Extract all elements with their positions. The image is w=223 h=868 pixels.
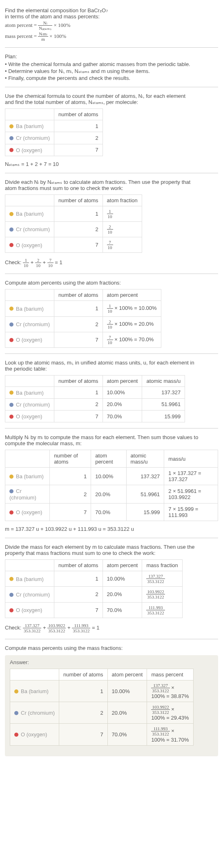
element-cell: Cr (chromium) [10, 702, 59, 724]
element-cell: Ba (barium) [10, 680, 59, 702]
fraction: 103.9922353.3122 [146, 589, 165, 599]
element-cell: Cr (chromium) [5, 221, 54, 237]
element-color-dot [9, 124, 13, 128]
atom-count: 1 [50, 468, 91, 485]
element-color-dot [9, 608, 13, 612]
col-atom-percent: atom percent [107, 669, 147, 680]
element-color-dot [9, 322, 13, 327]
atom-count: 2 [54, 398, 103, 410]
fraction: 710 [107, 335, 113, 345]
element-cell: O (oxygen) [10, 724, 59, 745]
table-header-row: number of atoms atom percent mass fracti… [5, 560, 183, 571]
table-header-row: number of atoms [5, 109, 103, 120]
atom-percent: 10.00% [91, 468, 126, 485]
answer-label: Answer: [10, 659, 213, 665]
element-color-dot [9, 338, 13, 342]
atom-percent: 210 × 100% = 20.0% [103, 316, 161, 332]
step-text: property that mass fractions must sum to… [5, 550, 218, 556]
atom-count: 7 [54, 237, 103, 252]
element-name: Ba (barium) [16, 390, 44, 396]
col-number-of-atoms: number of atoms [54, 289, 103, 301]
check-line: Check: 137.327353.3122 + 103.9922353.312… [5, 623, 218, 633]
element-name: Ba (barium) [21, 688, 49, 694]
fraction: 710 [107, 240, 113, 250]
element-name: Cr (chromium) [9, 488, 36, 501]
element-color-dot [14, 733, 18, 737]
plan-title: Plan: [5, 53, 218, 60]
atom-count: 7 [50, 504, 91, 521]
element-name: Cr (chromium) [16, 226, 50, 232]
step-text: Compute atom percents using the atom fra… [5, 280, 218, 286]
step-text: Look up the atomic mass, mᵢ, in unified … [5, 360, 218, 366]
element-cell: Cr (chromium) [5, 587, 54, 602]
fraction: 111.993353.3122 [146, 605, 165, 615]
element-color-dot [9, 227, 13, 232]
element-name: Ba (barium) [16, 473, 44, 479]
element-cell: Cr (chromium) [5, 398, 54, 410]
element-name: Cr (chromium) [16, 135, 50, 141]
step-text: Divide the mass for each element by m to… [5, 544, 218, 550]
element-color-dot [9, 243, 13, 247]
element-color-dot [9, 593, 13, 597]
fraction: 210 [107, 224, 113, 234]
fraction: 210 [107, 319, 113, 329]
table-row: Cr (chromium)2210 × 100% = 20.0% [5, 316, 161, 332]
element-color-dot [9, 148, 13, 152]
table-row: Cr (chromium)220.0%51.99612 × 51.9961 = … [5, 485, 218, 504]
atom-count: 7 [54, 602, 103, 618]
atom-count: 7 [54, 332, 103, 347]
element-cell: O (oxygen) [5, 237, 54, 252]
plan-item: • Determine values for Nᵢ, mᵢ, Nₐₜₒₘₛ an… [5, 68, 218, 74]
element-name: Cr (chromium) [21, 710, 55, 716]
element-name: O (oxygen) [21, 731, 47, 738]
atom-count: 1 [54, 387, 103, 398]
col-number-of-atoms: number of atoms [54, 194, 103, 206]
element-name: O (oxygen) [16, 242, 42, 248]
step-text: and find the total number of atoms, Nₐₜₒ… [5, 99, 218, 105]
fraction: 110 [107, 209, 113, 219]
atom-fraction: 110 [103, 206, 142, 221]
atom-count: 2 [54, 316, 103, 332]
element-name: Cr (chromium) [16, 321, 50, 327]
atom-count-table: number of atoms Ba (barium)1Cr (chromium… [5, 108, 103, 156]
atom-percent: 70.0% [103, 411, 142, 422]
col-number-of-atoms: number of atoms [59, 669, 108, 680]
fraction: 110 [107, 303, 113, 314]
table-row: Ba (barium)110.00%137.327353.3122 [5, 571, 183, 587]
atom-percent: 110 × 100% = 10.00% [103, 301, 161, 316]
element-color-dot [9, 136, 13, 140]
table-header-row: number of atoms atom percent atomic mass… [5, 450, 218, 468]
element-name: Ba (barium) [16, 123, 44, 129]
element-cell: O (oxygen) [5, 504, 50, 521]
atomic-mass: 137.327 [142, 387, 185, 398]
step-text: the periodic table: [5, 366, 218, 372]
atom-percent: 710 × 100% = 70.0% [103, 332, 161, 347]
table-row: Ba (barium)1110 × 100% = 10.00% [5, 301, 161, 316]
divider [5, 87, 218, 87]
atom-count: 1 [54, 120, 103, 132]
element-color-dot [9, 307, 13, 311]
step-mass-fractions: Divide the mass for each element by m to… [5, 544, 218, 633]
table-header-row: number of atoms atom percent mass percen… [10, 669, 194, 680]
element-color-dot [9, 415, 13, 419]
step-text: Use the chemical formula to count the nu… [5, 93, 218, 99]
atomic-mass: 137.327 [126, 468, 164, 485]
atomic-mass: 15.999 [126, 504, 164, 521]
atom-percent-label: atom percent = [5, 22, 38, 28]
col-mass-fraction: mass fraction [142, 560, 182, 571]
atom-percent: 70.0% [91, 504, 126, 521]
table-row: Cr (chromium)220.0%103.9922353.3122 [5, 587, 183, 602]
fraction: 103.9922353.3122 [151, 705, 169, 715]
step-mass-percents: Compute mass percents using the mass fra… [5, 645, 218, 651]
atom-count: 2 [50, 485, 91, 504]
atom-count: 1 [59, 680, 108, 702]
table-row: O (oxygen)770.0%15.9997 × 15.999 = 111.9… [5, 504, 218, 521]
element-cell: Ba (barium) [5, 206, 54, 221]
element-name: Cr (chromium) [16, 402, 50, 408]
mass-percent-formula: mass percent = Nᵢmᵢ m × 100% [5, 31, 218, 42]
col-atomic-mass: atomic mass/u [126, 450, 164, 468]
element-color-dot [9, 391, 13, 395]
mass-fraction: 111.993353.3122 [142, 602, 182, 618]
atomic-mass: 51.9961 [126, 485, 164, 504]
times-100-b: × 100% [49, 33, 66, 39]
